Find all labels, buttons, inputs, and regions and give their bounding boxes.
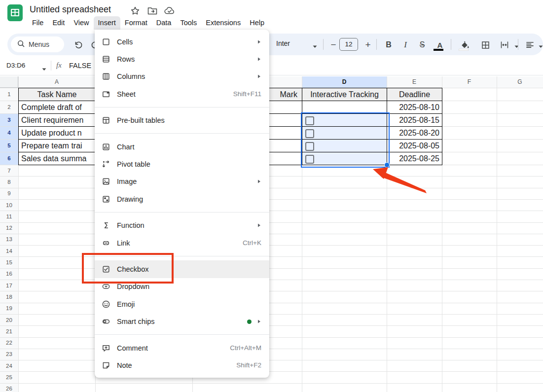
cell-E4[interactable]: 2025-08-20 bbox=[387, 126, 442, 140]
cell-D1[interactable]: Interactive Tracking bbox=[302, 88, 387, 101]
link-icon bbox=[102, 239, 110, 248]
row-header-4[interactable]: 4 bbox=[0, 126, 18, 139]
row-header-3[interactable]: 3 bbox=[0, 113, 18, 126]
row-header-18[interactable]: 18 bbox=[0, 291, 18, 302]
cell-E5[interactable]: 2025-08-05 bbox=[387, 139, 442, 152]
increase-font-size-button[interactable]: + bbox=[362, 39, 373, 50]
menubar-item-edit[interactable]: Edit bbox=[48, 16, 69, 30]
row-header-8[interactable]: 8 bbox=[0, 176, 18, 187]
menus-search-button[interactable]: Menus bbox=[11, 36, 64, 52]
decrease-font-size-button[interactable]: − bbox=[328, 39, 339, 50]
merge-cells-button[interactable] bbox=[499, 39, 510, 50]
row-header-13[interactable]: 13 bbox=[0, 234, 18, 245]
insert-menu-item-pre-built-tables[interactable]: Pre-built tables bbox=[95, 112, 269, 129]
borders-button[interactable] bbox=[480, 39, 491, 50]
cell-A1[interactable]: Task Name bbox=[18, 88, 96, 101]
insert-menu-item-chart[interactable]: Chart bbox=[95, 138, 269, 155]
row-header-11[interactable]: 11 bbox=[0, 211, 18, 222]
cell-E1[interactable]: Deadline bbox=[387, 88, 442, 101]
strikethrough-button[interactable]: S bbox=[417, 39, 428, 50]
document-title[interactable]: Untitled spreadsheet bbox=[30, 4, 111, 15]
menubar-item-extensions[interactable]: Extensions bbox=[201, 16, 245, 30]
insert-menu-item-rows[interactable]: Rows bbox=[95, 50, 269, 68]
name-box[interactable]: D3:D6 bbox=[6, 56, 25, 75]
insert-menu-item-smart-chips[interactable]: Smart chips bbox=[95, 313, 269, 330]
insert-menu-item-drawing[interactable]: Drawing bbox=[95, 190, 269, 208]
menu-shortcut: Ctrl+K bbox=[243, 239, 261, 247]
row-header-7[interactable]: 7 bbox=[0, 165, 18, 176]
row-header-5[interactable]: 5 bbox=[0, 139, 18, 152]
column-header-A[interactable]: A bbox=[18, 76, 95, 88]
bold-button[interactable]: B bbox=[383, 39, 394, 50]
row-header-2[interactable]: 2 bbox=[0, 101, 18, 113]
cell-D2[interactable] bbox=[302, 101, 387, 114]
cell-A3[interactable]: Client requiremen bbox=[18, 113, 96, 127]
formula-input[interactable]: FALSE bbox=[69, 56, 91, 75]
row-header-22[interactable]: 22 bbox=[0, 337, 18, 349]
menubar-item-tools[interactable]: Tools bbox=[176, 16, 201, 30]
cell-A2[interactable]: Complete draft of bbox=[18, 101, 96, 114]
row-header-20[interactable]: 20 bbox=[0, 314, 18, 325]
menubar-item-data[interactable]: Data bbox=[152, 16, 176, 30]
menubar-item-format[interactable]: Format bbox=[120, 16, 152, 30]
column-header-F[interactable]: F bbox=[442, 76, 497, 88]
insert-menu-item-note[interactable]: Note Shift+F2 bbox=[95, 356, 269, 374]
menubar-item-insert[interactable]: Insert bbox=[94, 16, 120, 30]
cell-A4[interactable]: Update product n bbox=[18, 126, 96, 140]
cell-E6[interactable]: 2025-08-25 bbox=[387, 152, 442, 165]
align-caret-icon[interactable] bbox=[535, 41, 543, 52]
cell-A6[interactable]: Sales data summa bbox=[18, 152, 96, 165]
row-header-6[interactable]: 6 bbox=[0, 152, 18, 165]
name-box-caret-icon[interactable] bbox=[42, 64, 46, 73]
insert-menu-item-comment[interactable]: Comment Ctrl+Alt+M bbox=[95, 339, 269, 356]
row-header-1[interactable]: 1 bbox=[0, 88, 18, 101]
font-dropdown-caret-icon[interactable] bbox=[309, 41, 320, 52]
row-header-14[interactable]: 14 bbox=[0, 245, 18, 256]
insert-menu-item-emoji[interactable]: Emoji bbox=[95, 295, 269, 313]
insert-menu-item-pivot-table[interactable]: Pivot table bbox=[95, 155, 269, 173]
row-header-10[interactable]: 10 bbox=[0, 199, 18, 211]
row-header-23[interactable]: 23 bbox=[0, 349, 18, 360]
row-header-9[interactable]: 9 bbox=[0, 188, 18, 199]
insert-menu-item-image[interactable]: Image bbox=[95, 173, 269, 190]
cloud-status-icon[interactable] bbox=[164, 6, 175, 17]
menu-shortcut: Shift+F11 bbox=[233, 90, 261, 98]
fill-color-button[interactable] bbox=[459, 39, 470, 50]
column-header-D[interactable]: D bbox=[302, 76, 387, 88]
row-header-25[interactable]: 25 bbox=[0, 371, 18, 383]
menubar-item-help[interactable]: Help bbox=[245, 16, 269, 30]
cell-E3[interactable]: 2025-08-15 bbox=[387, 113, 442, 127]
merge-caret-icon[interactable] bbox=[511, 41, 522, 52]
insert-menu-item-sheet[interactable]: Sheet Shift+F11 bbox=[95, 85, 269, 103]
google-sheets-logo[interactable] bbox=[7, 4, 23, 24]
undo-button[interactable] bbox=[73, 39, 84, 50]
italic-button[interactable]: I bbox=[400, 39, 411, 50]
row-header-12[interactable]: 12 bbox=[0, 222, 18, 234]
insert-menu-item-function[interactable]: Function bbox=[95, 217, 269, 234]
cell-E2[interactable]: 2025-08-10 bbox=[387, 101, 442, 114]
row-header-19[interactable]: 19 bbox=[0, 303, 18, 314]
insert-menu-item-columns[interactable]: Columns bbox=[95, 68, 269, 85]
cell-A5[interactable]: Prepare team trai bbox=[18, 139, 96, 152]
insert-menu-item-link[interactable]: Link Ctrl+K bbox=[95, 234, 269, 251]
smart-chips-icon bbox=[102, 317, 110, 326]
row-header-24[interactable]: 24 bbox=[0, 360, 18, 371]
star-icon[interactable] bbox=[130, 6, 141, 17]
row-header-16[interactable]: 16 bbox=[0, 268, 18, 280]
horizontal-align-button[interactable] bbox=[524, 39, 535, 50]
menubar-item-file[interactable]: File bbox=[28, 16, 48, 30]
menubar-item-view[interactable]: View bbox=[69, 16, 93, 30]
submenu-arrow-icon bbox=[256, 177, 261, 186]
select-all-corner[interactable] bbox=[0, 76, 18, 88]
row-header-17[interactable]: 17 bbox=[0, 280, 18, 291]
insert-menu-item-cells[interactable]: Cells bbox=[95, 33, 269, 50]
column-header-E[interactable]: E bbox=[387, 76, 442, 88]
row-header-21[interactable]: 21 bbox=[0, 325, 18, 337]
move-folder-icon[interactable] bbox=[147, 6, 158, 17]
column-header-G[interactable]: G bbox=[497, 76, 543, 88]
text-color-button[interactable]: A bbox=[434, 39, 445, 50]
font-name-selector[interactable]: Inter bbox=[276, 39, 290, 47]
row-header-26[interactable]: 26 bbox=[0, 383, 18, 392]
row-header-15[interactable]: 15 bbox=[0, 256, 18, 268]
font-size-input[interactable]: 12 bbox=[339, 38, 358, 51]
